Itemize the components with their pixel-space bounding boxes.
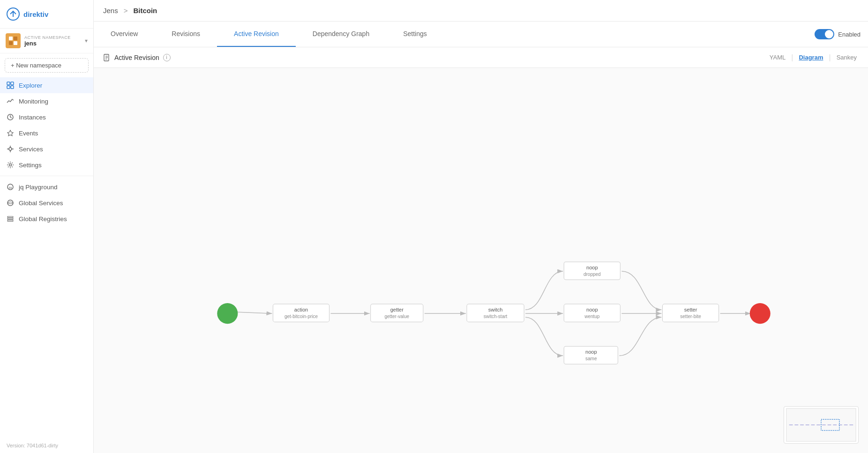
info-icon[interactable]: i (163, 54, 171, 61)
svg-rect-4 (11, 86, 14, 89)
monitoring-icon (7, 97, 14, 105)
sidebar-divider (0, 176, 93, 176)
view-diagram-button[interactable]: Diagram (797, 53, 825, 62)
global-services-label: Global Services (19, 200, 63, 207)
instances-label: Instances (19, 114, 46, 121)
app-logo-text: direktiv (23, 10, 48, 18)
view-sep-2: | (829, 53, 831, 62)
sidebar-item-jq-playground[interactable]: jq jq Playground (0, 179, 93, 195)
minimap (784, 406, 859, 444)
primary-nav: Explorer Monitoring Instances (0, 77, 93, 173)
view-sankey-button[interactable]: Sankey (835, 53, 859, 62)
svg-rect-2 (11, 82, 14, 85)
global-services-icon (7, 199, 14, 207)
services-label: Services (19, 146, 43, 153)
sidebar: direktiv ACTIVE NAMESPACE jens ▾ + New n… (0, 0, 94, 453)
diagram-area: action get-bitcoin-price getter getter-v… (94, 68, 868, 453)
chevron-down-icon: ▾ (85, 37, 88, 44)
instances-icon (7, 113, 14, 121)
settings-icon (7, 161, 14, 169)
settings-label: Settings (19, 162, 42, 169)
global-registries-label: Global Registries (19, 215, 67, 223)
breadcrumb-namespace[interactable]: Jens (103, 7, 118, 15)
main-content: Jens > Bitcoin Overview Revisions Active… (94, 0, 868, 453)
sidebar-item-explorer[interactable]: Explorer (0, 77, 93, 93)
edge-same-setter (619, 317, 661, 356)
edge-start-action (237, 312, 272, 313)
monitoring-label: Monitoring (19, 98, 48, 105)
edge-switch-dropped (525, 271, 563, 310)
setter-node-sub: setter-bite (680, 314, 701, 319)
global-registries-icon (7, 215, 14, 223)
view-sep-1: | (791, 53, 793, 62)
sidebar-item-monitoring[interactable]: Monitoring (0, 93, 93, 109)
svg-rect-15 (7, 220, 13, 222)
noop-dropped-sub: dropped (584, 272, 601, 277)
breadcrumb-current: Bitcoin (133, 7, 157, 15)
view-yaml-button[interactable]: YAML (768, 53, 787, 62)
svg-rect-3 (7, 86, 10, 89)
svg-rect-13 (7, 216, 13, 218)
action-node-sub: get-bitcoin-price (284, 314, 318, 319)
tab-overview[interactable]: Overview (94, 22, 155, 47)
jq-icon: jq (7, 183, 14, 191)
breadcrumb-separator: > (124, 7, 128, 15)
events-icon (7, 129, 14, 137)
jq-playground-label: jq Playground (19, 184, 58, 191)
namespace-selector[interactable]: ACTIVE NAMESPACE jens ▾ (0, 29, 93, 53)
content-header: Active Revision i YAML | Diagram | Sanke… (94, 47, 868, 68)
noop-wentup-sub: wentup (584, 314, 600, 319)
sidebar-item-instances[interactable]: Instances (0, 109, 93, 125)
noop-dropped-title: noop (586, 265, 598, 270)
noop-same-sub: same (585, 356, 597, 361)
new-namespace-button[interactable]: + New namespace (5, 58, 89, 73)
edge-switch-same (525, 317, 563, 356)
svg-line-7 (10, 117, 12, 118)
svg-rect-1 (7, 82, 10, 85)
sidebar-item-services[interactable]: Services (0, 141, 93, 157)
content-title-text: Active Revision (114, 54, 159, 61)
tab-revisions[interactable]: Revisions (155, 22, 217, 47)
svg-point-9 (9, 164, 12, 166)
sidebar-item-global-registries[interactable]: Global Registries (0, 211, 93, 227)
switch-node-sub: switch-start (484, 314, 508, 319)
version-text: Version: 7041d61-dirty (0, 438, 93, 453)
action-node-title: action (294, 307, 308, 312)
end-node[interactable] (750, 303, 771, 324)
start-node[interactable] (217, 303, 238, 324)
services-icon (7, 145, 14, 153)
workflow-diagram-svg: action get-bitcoin-price getter getter-v… (94, 68, 868, 453)
noop-wentup-title: noop (586, 307, 598, 312)
tab-settings[interactable]: Settings (386, 22, 444, 47)
tab-dependency-graph[interactable]: Dependency Graph (296, 22, 386, 47)
view-switcher: YAML | Diagram | Sankey (768, 53, 859, 62)
direktiv-logo-icon (7, 7, 20, 21)
explorer-icon (7, 82, 14, 89)
secondary-nav: jq jq Playground Global Services (0, 179, 93, 227)
namespace-icon (6, 33, 21, 48)
sidebar-item-events[interactable]: Events (0, 125, 93, 141)
getter-node-title: getter (390, 307, 404, 312)
sidebar-item-global-services[interactable]: Global Services (0, 195, 93, 211)
svg-point-8 (9, 148, 12, 150)
svg-rect-14 (7, 218, 13, 220)
getter-node-sub: getter-value (384, 314, 409, 319)
svg-text:jq: jq (8, 186, 12, 190)
content-area: Active Revision i YAML | Diagram | Sanke… (94, 47, 868, 453)
explorer-label: Explorer (19, 82, 42, 89)
enabled-toggle[interactable] (815, 29, 834, 39)
sidebar-logo: direktiv (0, 0, 93, 29)
tab-active-revision[interactable]: Active Revision (217, 22, 296, 47)
namespace-label: ACTIVE NAMESPACE (24, 35, 81, 40)
toggle-area: Enabled (807, 29, 868, 39)
namespace-info: ACTIVE NAMESPACE jens (24, 35, 81, 47)
document-icon (103, 54, 111, 61)
events-label: Events (19, 130, 38, 137)
svg-point-12 (7, 200, 13, 206)
header: Jens > Bitcoin (94, 0, 868, 22)
sidebar-item-settings[interactable]: Settings (0, 157, 93, 173)
edge-dropped-setter (621, 271, 661, 310)
noop-same-title: noop (585, 349, 597, 355)
setter-node-title: setter (684, 307, 697, 312)
content-title-area: Active Revision i (103, 54, 171, 61)
